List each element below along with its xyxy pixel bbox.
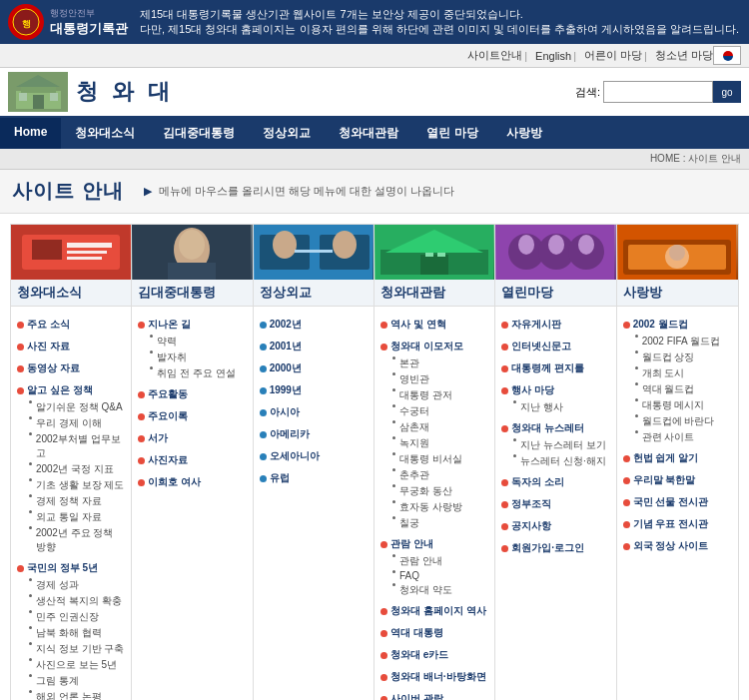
sub-item: FAQ	[380, 570, 488, 581]
bullet-orange	[380, 696, 387, 701]
nav-english[interactable]: English	[535, 50, 571, 62]
category-label: 대통령께 편지를	[501, 360, 609, 376]
bullet-sm	[29, 416, 32, 419]
bullet-blue	[260, 365, 267, 372]
sub-item: 사진으로 보는 5년	[17, 658, 125, 672]
section-president-title: 김대중대통령	[132, 280, 252, 307]
category-label: 우리말 북한말	[623, 472, 732, 488]
sub-item: 2002 FIFA 월드컵	[623, 335, 732, 349]
category-label: 독자의 소리	[501, 474, 609, 490]
svg-rect-17	[168, 263, 216, 280]
sub-item: 경제 정책 자료	[17, 494, 125, 508]
bullet-orange	[623, 499, 630, 506]
breadcrumb-text: HOME : 사이트 안내	[650, 152, 741, 166]
bullet-sm	[392, 583, 395, 586]
nav-home[interactable]: Home	[0, 118, 61, 149]
svg-point-16	[179, 230, 205, 260]
bullet-orange	[623, 477, 630, 484]
category-label: 서가	[138, 430, 246, 446]
bullet-sm	[29, 510, 32, 513]
nav-diplomacy[interactable]: 정상외교	[249, 118, 325, 149]
search-button[interactable]: go	[713, 81, 741, 103]
bullet-orange	[501, 365, 508, 372]
svg-rect-28	[425, 253, 433, 257]
sub-item: 삼촌재	[380, 420, 488, 434]
section-diplomacy-image	[254, 225, 374, 280]
category-label: 청와대 e카드	[380, 647, 488, 663]
bullet-orange	[380, 344, 387, 350]
bullet-sm	[635, 382, 638, 385]
breadcrumb: HOME : 사이트 안내	[0, 149, 749, 170]
category-label: 행사 마당	[501, 382, 609, 398]
sub-item: 취임 전 주요 연설	[138, 366, 246, 380]
category-label: 알고 싶은 정책	[17, 382, 125, 398]
svg-rect-12	[67, 251, 107, 254]
bullet-sm	[150, 366, 153, 369]
category-label: 2002 월드컵	[623, 317, 732, 333]
category-label: 청와대 배너·바탕화면	[380, 669, 488, 685]
category-label: 2000년	[260, 360, 368, 376]
sub-item: 민주 인권신장	[17, 610, 125, 624]
bullet-sm	[29, 526, 32, 529]
sub-item: 지식 정보 기반 구축	[17, 642, 125, 656]
bullet-orange	[17, 365, 24, 372]
nav-open[interactable]: 열린 마당	[412, 118, 491, 149]
category-label: 2001년	[260, 339, 368, 354]
bullet-sm	[29, 626, 32, 629]
nav-youth[interactable]: 청소년 마당	[655, 48, 713, 63]
bullet-sm	[29, 594, 32, 597]
bullet-sm	[513, 454, 516, 457]
sub-item: 춘추관	[380, 468, 488, 482]
nav-lounge[interactable]: 사랑방	[492, 118, 556, 149]
bullet-sm	[392, 468, 395, 471]
sub-item: 생산적 복지의 확충	[17, 594, 125, 608]
bullet-sm	[150, 350, 153, 353]
svg-rect-6	[19, 93, 27, 101]
page-title-area: 사이트 안내 ▶ 메뉴에 마우스를 올리시면 해당 메뉴에 대한 설명이 나옵니…	[0, 170, 749, 214]
bullet-orange	[623, 455, 630, 462]
category-label: 관람 안내	[380, 536, 488, 552]
category-label: 사진 자료	[17, 339, 125, 354]
section-diplomacy: 정상외교 2002년 2001년 2000년 1999년 아시아 아메리카 오세…	[254, 225, 374, 700]
bullet-orange	[501, 387, 508, 394]
category-label: 이희호 여사	[138, 474, 246, 490]
section-president-list: 지나온 길 약력 발자취 취임 전 주요 연설 주요활동 주요이록 서가 사진자…	[132, 307, 252, 496]
bullet-orange	[501, 322, 508, 329]
section-open-image	[495, 225, 615, 280]
section-open: 열린마당 자유게시판 인터넷신문고 대통령께 편지를 행사 마당 지난 행사 청…	[495, 225, 616, 700]
category-label: 외국 정상 사이트	[623, 538, 732, 554]
svg-rect-7	[50, 93, 58, 101]
nav-elder[interactable]: 어른이 마당	[584, 48, 642, 63]
nav-news[interactable]: 청와대소식	[61, 118, 149, 149]
nav-site-guide[interactable]: 사이트안내	[467, 48, 522, 63]
section-lounge-title: 사랑방	[617, 280, 738, 307]
sub-item: 관련 사이트	[623, 430, 732, 444]
top-banner-message: 제15대 대통령기록물 생산기관 웹사이트 7개는 보안상 제공이 중단되었습니…	[140, 7, 739, 37]
category-label: 사이버 관람	[380, 691, 488, 700]
nav-tour[interactable]: 청와대관람	[325, 118, 412, 149]
svg-point-21	[273, 231, 297, 259]
sub-item: 대통령 비서실	[380, 452, 488, 466]
ministry-name-block: 행정안전부 대통령기록관	[50, 7, 128, 38]
svg-rect-5	[33, 95, 44, 109]
bullet-orange	[623, 322, 630, 329]
bullet-sm	[29, 642, 32, 645]
bullet-orange	[501, 425, 508, 432]
category-label: 사진자료	[138, 452, 246, 468]
sub-item: 2002부처별 업무보고	[17, 432, 125, 460]
bullet-sm	[29, 578, 32, 581]
sub-item: 무궁화 동산	[380, 484, 488, 498]
sub-item: 알기쉬운 정책 Q&A	[17, 400, 125, 414]
svg-rect-10	[32, 240, 62, 260]
bullet-sm	[29, 462, 32, 465]
bullet-orange	[380, 322, 387, 329]
category-label: 동영상 자료	[17, 360, 125, 376]
search-input[interactable]	[603, 81, 713, 103]
nav-president[interactable]: 김대중대통령	[149, 118, 249, 149]
building-icon	[8, 72, 68, 112]
svg-rect-29	[437, 253, 445, 257]
bullet-sm	[635, 335, 638, 338]
svg-point-41	[669, 245, 685, 261]
bullet-sm	[392, 404, 395, 407]
section-lounge-list: 2002 월드컵 2002 FIFA 월드컵 월드컵 상징 개최 도시 역대 월…	[617, 307, 738, 560]
